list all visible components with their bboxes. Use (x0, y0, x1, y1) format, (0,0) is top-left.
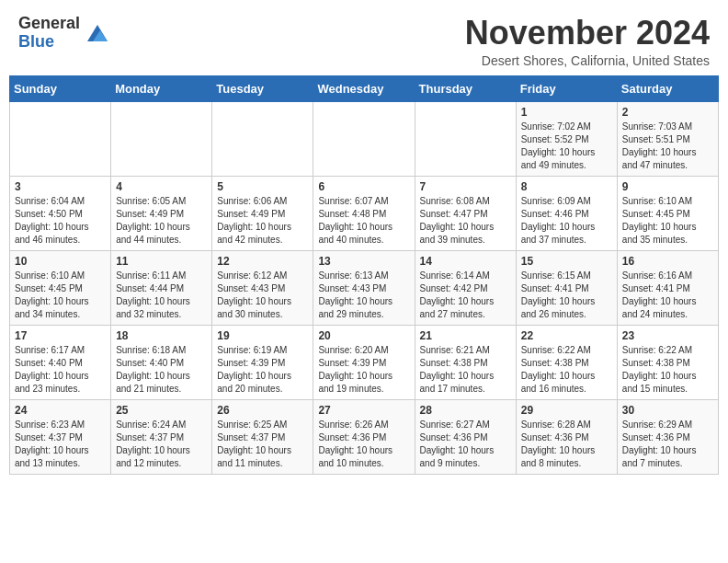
calendar-day-cell: 27Sunrise: 6:26 AM Sunset: 4:36 PM Dayli… (313, 399, 415, 474)
day-number: 25 (116, 404, 207, 417)
day-info: Sunrise: 6:06 AM Sunset: 4:49 PM Dayligh… (217, 195, 308, 247)
day-number: 17 (15, 329, 106, 342)
calendar-day-cell: 21Sunrise: 6:21 AM Sunset: 4:38 PM Dayli… (415, 325, 516, 399)
day-info: Sunrise: 6:20 AM Sunset: 4:39 PM Dayligh… (318, 344, 409, 396)
calendar-table: SundayMondayTuesdayWednesdayThursdayFrid… (9, 75, 719, 475)
logo: General Blue (18, 15, 111, 52)
calendar-day-cell (111, 101, 212, 176)
calendar-day-cell: 3Sunrise: 6:04 AM Sunset: 4:50 PM Daylig… (10, 176, 111, 250)
day-number: 10 (15, 255, 106, 268)
day-of-week-header: Sunday (10, 75, 111, 101)
calendar-day-cell: 12Sunrise: 6:12 AM Sunset: 4:43 PM Dayli… (212, 250, 313, 325)
day-number: 8 (521, 180, 612, 193)
day-number: 12 (217, 255, 308, 268)
day-number: 20 (318, 329, 409, 342)
day-of-week-header: Wednesday (313, 75, 415, 101)
logo-general-text: General (18, 15, 80, 33)
calendar-day-cell: 26Sunrise: 6:25 AM Sunset: 4:37 PM Dayli… (212, 399, 313, 474)
day-info: Sunrise: 6:27 AM Sunset: 4:36 PM Dayligh… (420, 419, 511, 470)
day-info: Sunrise: 6:17 AM Sunset: 4:40 PM Dayligh… (15, 344, 106, 396)
day-number: 21 (420, 329, 511, 342)
day-of-week-header: Tuesday (212, 75, 313, 101)
calendar-day-cell: 30Sunrise: 6:29 AM Sunset: 4:36 PM Dayli… (617, 399, 718, 474)
calendar-week-row: 24Sunrise: 6:23 AM Sunset: 4:37 PM Dayli… (10, 399, 719, 474)
day-number: 14 (420, 255, 511, 268)
calendar-day-cell (415, 101, 516, 176)
day-of-week-header: Thursday (415, 75, 516, 101)
day-info: Sunrise: 6:12 AM Sunset: 4:43 PM Dayligh… (217, 270, 308, 321)
calendar-day-cell (10, 101, 111, 176)
day-info: Sunrise: 7:03 AM Sunset: 5:51 PM Dayligh… (622, 121, 713, 172)
calendar-day-cell: 28Sunrise: 6:27 AM Sunset: 4:36 PM Dayli… (415, 399, 516, 474)
day-info: Sunrise: 6:21 AM Sunset: 4:38 PM Dayligh… (420, 344, 511, 396)
calendar-day-cell (212, 101, 313, 176)
calendar-day-cell: 1Sunrise: 7:02 AM Sunset: 5:52 PM Daylig… (516, 101, 617, 176)
calendar-day-cell: 14Sunrise: 6:14 AM Sunset: 4:42 PM Dayli… (415, 250, 516, 325)
day-number: 19 (217, 329, 308, 342)
day-number: 26 (217, 404, 308, 417)
day-number: 9 (622, 180, 713, 193)
day-info: Sunrise: 6:05 AM Sunset: 4:49 PM Dayligh… (116, 195, 207, 247)
calendar-day-cell: 5Sunrise: 6:06 AM Sunset: 4:49 PM Daylig… (212, 176, 313, 250)
day-info: Sunrise: 6:04 AM Sunset: 4:50 PM Dayligh… (15, 195, 106, 247)
day-number: 28 (420, 404, 511, 417)
logo-blue-text: Blue (18, 33, 80, 52)
day-info: Sunrise: 6:22 AM Sunset: 4:38 PM Dayligh… (622, 344, 713, 396)
day-info: Sunrise: 6:28 AM Sunset: 4:36 PM Dayligh… (521, 419, 612, 470)
location-subtitle: Desert Shores, California, United States (465, 53, 710, 68)
calendar-week-row: 3Sunrise: 6:04 AM Sunset: 4:50 PM Daylig… (10, 176, 719, 250)
calendar-day-cell: 24Sunrise: 6:23 AM Sunset: 4:37 PM Dayli… (10, 399, 111, 474)
day-info: Sunrise: 6:10 AM Sunset: 4:45 PM Dayligh… (15, 270, 106, 321)
calendar-day-cell: 19Sunrise: 6:19 AM Sunset: 4:39 PM Dayli… (212, 325, 313, 399)
calendar-day-cell: 9Sunrise: 6:10 AM Sunset: 4:45 PM Daylig… (617, 176, 718, 250)
calendar-day-cell: 29Sunrise: 6:28 AM Sunset: 4:36 PM Dayli… (516, 399, 617, 474)
day-info: Sunrise: 6:07 AM Sunset: 4:48 PM Dayligh… (318, 195, 409, 247)
day-of-week-header: Monday (111, 75, 212, 101)
calendar-day-cell: 17Sunrise: 6:17 AM Sunset: 4:40 PM Dayli… (10, 325, 111, 399)
calendar-header: SundayMondayTuesdayWednesdayThursdayFrid… (10, 75, 719, 101)
day-info: Sunrise: 6:25 AM Sunset: 4:37 PM Dayligh… (217, 419, 308, 470)
logo-icon (84, 19, 111, 47)
calendar-day-cell: 16Sunrise: 6:16 AM Sunset: 4:41 PM Dayli… (617, 250, 718, 325)
calendar-day-cell: 15Sunrise: 6:15 AM Sunset: 4:41 PM Dayli… (516, 250, 617, 325)
day-number: 22 (521, 329, 612, 342)
calendar-day-cell: 4Sunrise: 6:05 AM Sunset: 4:49 PM Daylig… (111, 176, 212, 250)
calendar-day-cell: 18Sunrise: 6:18 AM Sunset: 4:40 PM Dayli… (111, 325, 212, 399)
day-info: Sunrise: 6:19 AM Sunset: 4:39 PM Dayligh… (217, 344, 308, 396)
calendar-week-row: 10Sunrise: 6:10 AM Sunset: 4:45 PM Dayli… (10, 250, 719, 325)
day-info: Sunrise: 6:15 AM Sunset: 4:41 PM Dayligh… (521, 270, 612, 321)
day-number: 30 (622, 404, 713, 417)
calendar-day-cell: 2Sunrise: 7:03 AM Sunset: 5:51 PM Daylig… (617, 101, 718, 176)
day-info: Sunrise: 6:26 AM Sunset: 4:36 PM Dayligh… (318, 419, 409, 470)
day-info: Sunrise: 6:22 AM Sunset: 4:38 PM Dayligh… (521, 344, 612, 396)
calendar-day-cell: 13Sunrise: 6:13 AM Sunset: 4:43 PM Dayli… (313, 250, 415, 325)
day-number: 2 (622, 106, 713, 119)
day-info: Sunrise: 6:08 AM Sunset: 4:47 PM Dayligh… (420, 195, 511, 247)
calendar-week-row: 1Sunrise: 7:02 AM Sunset: 5:52 PM Daylig… (10, 101, 719, 176)
day-number: 11 (116, 255, 207, 268)
calendar-day-cell (313, 101, 415, 176)
calendar-day-cell: 10Sunrise: 6:10 AM Sunset: 4:45 PM Dayli… (10, 250, 111, 325)
calendar-day-cell: 6Sunrise: 6:07 AM Sunset: 4:48 PM Daylig… (313, 176, 415, 250)
calendar-day-cell: 20Sunrise: 6:20 AM Sunset: 4:39 PM Dayli… (313, 325, 415, 399)
day-number: 3 (15, 180, 106, 193)
calendar-day-cell: 8Sunrise: 6:09 AM Sunset: 4:46 PM Daylig… (516, 176, 617, 250)
calendar-week-row: 17Sunrise: 6:17 AM Sunset: 4:40 PM Dayli… (10, 325, 719, 399)
day-number: 29 (521, 404, 612, 417)
calendar-body: 1Sunrise: 7:02 AM Sunset: 5:52 PM Daylig… (10, 101, 719, 474)
calendar-day-cell: 23Sunrise: 6:22 AM Sunset: 4:38 PM Dayli… (617, 325, 718, 399)
day-info: Sunrise: 6:14 AM Sunset: 4:42 PM Dayligh… (420, 270, 511, 321)
calendar-day-cell: 22Sunrise: 6:22 AM Sunset: 4:38 PM Dayli… (516, 325, 617, 399)
day-number: 18 (116, 329, 207, 342)
day-number: 13 (318, 255, 409, 268)
day-number: 23 (622, 329, 713, 342)
day-info: Sunrise: 6:18 AM Sunset: 4:40 PM Dayligh… (116, 344, 207, 396)
page-header: General Blue November 2024 Desert Shores… (0, 0, 728, 75)
day-of-week-header: Saturday (617, 75, 718, 101)
day-number: 1 (521, 106, 612, 119)
calendar-day-cell: 7Sunrise: 6:08 AM Sunset: 4:47 PM Daylig… (415, 176, 516, 250)
month-title: November 2024 (465, 15, 710, 52)
day-info: Sunrise: 6:11 AM Sunset: 4:44 PM Dayligh… (116, 270, 207, 321)
day-number: 6 (318, 180, 409, 193)
day-info: Sunrise: 6:13 AM Sunset: 4:43 PM Dayligh… (318, 270, 409, 321)
